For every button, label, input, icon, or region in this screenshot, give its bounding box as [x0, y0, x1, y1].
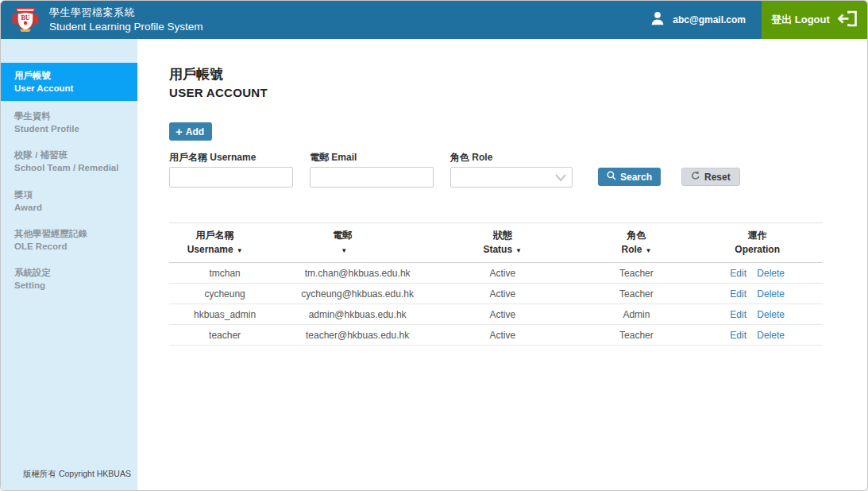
delete-link[interactable]: Delete: [757, 268, 785, 279]
search-button[interactable]: Search: [598, 168, 661, 186]
cell-email: tm.chan@hkbuas.edu.hk: [260, 263, 424, 284]
column-header-role[interactable]: 角色 Role▼: [581, 223, 692, 263]
email-input[interactable]: [310, 167, 434, 188]
user-email: abc@gmail.com: [673, 14, 746, 25]
edit-link[interactable]: Edit: [730, 288, 746, 300]
cell-operation: Edit Delete: [692, 325, 823, 346]
filter-bar: 用戶名稱 Username 電郵 Email 角色 Role: [169, 151, 821, 188]
column-header-email[interactable]: 電郵 ▼: [260, 223, 424, 263]
username-filter-label: 用戶名稱 Username: [169, 151, 293, 164]
table-row: hkbuas_admin admin@hkbuas.edu.hk Active …: [169, 304, 823, 325]
sidebar-item-award[interactable]: 獎項 Award: [1, 184, 137, 218]
sidebar-item-user-account[interactable]: 用戶帳號 User Account: [1, 63, 137, 101]
column-header-operation[interactable]: 運作 Operation: [692, 223, 823, 263]
sidebar-item-setting[interactable]: 系統設定 Setting: [1, 261, 137, 296]
cell-status: Active: [424, 304, 581, 325]
copyright-text: 版權所有 Copyright HKBUAS: [1, 469, 137, 490]
user-table: 用戶名稱 Username▼ 電郵 ▼ 狀態 Status▼ 角色 Role▼ …: [169, 222, 823, 346]
role-select-value[interactable]: [450, 167, 573, 188]
logout-button[interactable]: 登出 Logout: [762, 1, 867, 39]
cell-email: cycheung@hkbuas.edu.hk: [260, 284, 424, 304]
table-row: teacher teacher@hkbuas.edu.hk Active Tea…: [169, 325, 823, 346]
page-title-en: USER ACCOUNT: [169, 86, 821, 99]
role-filter: 角色 Role: [450, 151, 573, 188]
column-header-username[interactable]: 用戶名稱 Username▼: [169, 223, 260, 263]
add-button[interactable]: + Add: [169, 122, 212, 141]
app-title-zh: 學生學習檔案系統: [49, 6, 203, 20]
header-right: abc@gmail.com 登出 Logout: [649, 1, 867, 39]
table-row: tmchan tm.chan@hkbuas.edu.hk Active Teac…: [169, 263, 823, 284]
table-header: 用戶名稱 Username▼ 電郵 ▼ 狀態 Status▼ 角色 Role▼ …: [169, 223, 823, 263]
email-filter-label: 電郵 Email: [310, 151, 434, 164]
cell-role: Admin: [581, 304, 692, 325]
delete-link[interactable]: Delete: [757, 330, 785, 341]
edit-link[interactable]: Edit: [730, 309, 746, 320]
edit-link[interactable]: Edit: [730, 330, 746, 341]
cell-operation: Edit Delete: [692, 304, 823, 325]
reset-button-label: Reset: [704, 172, 731, 183]
sort-arrow-icon[interactable]: ▼: [645, 247, 651, 254]
page-title-zh: 用戶帳號: [169, 65, 821, 83]
cell-username: cycheung: [169, 284, 260, 304]
delete-link[interactable]: Delete: [757, 309, 785, 320]
user-icon: [649, 10, 673, 30]
add-button-label: Add: [186, 126, 204, 137]
cell-role: Teacher: [581, 325, 692, 346]
logout-icon: [830, 10, 858, 29]
main-content: 用戶帳號 USER ACCOUNT + Add 用戶名稱 Username 電郵…: [137, 39, 867, 490]
svg-text:BU: BU: [21, 14, 29, 21]
table-row: cycheung cycheung@hkbuas.edu.hk Active T…: [169, 284, 823, 304]
school-crest-logo-icon: BU: [10, 2, 41, 37]
delete-link[interactable]: Delete: [757, 288, 785, 300]
sort-arrow-icon[interactable]: ▼: [341, 247, 347, 254]
role-filter-label: 角色 Role: [450, 151, 573, 164]
cell-role: Teacher: [581, 263, 692, 284]
role-select[interactable]: [450, 167, 573, 188]
cell-role: Teacher: [581, 284, 692, 304]
app-title: 學生學習檔案系統 Student Learning Profile System: [49, 6, 203, 33]
cell-email: admin@hkbuas.edu.hk: [260, 304, 424, 325]
sidebar-nav: 用戶帳號 User Account 學生資料 Student Profile 校…: [1, 39, 137, 300]
username-filter: 用戶名稱 Username: [169, 151, 293, 188]
cell-status: Active: [424, 325, 581, 346]
app-window: BU 學生學習檔案系統 Student Learning Profile Sys…: [0, 0, 868, 491]
cell-username: tmchan: [169, 263, 260, 284]
user-account-chip[interactable]: abc@gmail.com: [649, 10, 746, 30]
sidebar-item-student-profile[interactable]: 學生資料 Student Profile: [1, 105, 137, 140]
cell-status: Active: [424, 263, 581, 284]
plus-icon: +: [176, 126, 183, 137]
username-input[interactable]: [169, 167, 293, 188]
reset-icon: [691, 171, 704, 183]
search-button-label: Search: [620, 172, 652, 183]
logout-label: 登出 Logout: [771, 13, 830, 27]
email-filter: 電郵 Email: [310, 151, 434, 188]
sidebar-item-school-team-remedial[interactable]: 校隊 / 補習班 School Team / Remedial: [1, 144, 137, 179]
sort-arrow-icon[interactable]: ▼: [237, 247, 243, 254]
app-header: BU 學生學習檔案系統 Student Learning Profile Sys…: [1, 1, 867, 39]
reset-button[interactable]: Reset: [681, 168, 740, 186]
cell-operation: Edit Delete: [692, 284, 823, 304]
cell-email: teacher@hkbuas.edu.hk: [260, 325, 424, 346]
cell-username: teacher: [169, 325, 260, 346]
app-title-en: Student Learning Profile System: [49, 20, 203, 34]
cell-operation: Edit Delete: [692, 263, 823, 284]
sort-arrow-icon[interactable]: ▼: [515, 247, 522, 254]
brand: BU 學生學習檔案系統 Student Learning Profile Sys…: [1, 2, 203, 37]
sidebar: 用戶帳號 User Account 學生資料 Student Profile 校…: [1, 39, 137, 490]
cell-username: hkbuas_admin: [169, 304, 260, 325]
edit-link[interactable]: Edit: [730, 268, 746, 279]
search-icon: [607, 171, 620, 183]
column-header-status[interactable]: 狀態 Status▼: [424, 223, 581, 263]
sidebar-item-ole-record[interactable]: 其他學習經歷記錄 OLE Record: [1, 222, 137, 257]
cell-status: Active: [424, 284, 581, 304]
